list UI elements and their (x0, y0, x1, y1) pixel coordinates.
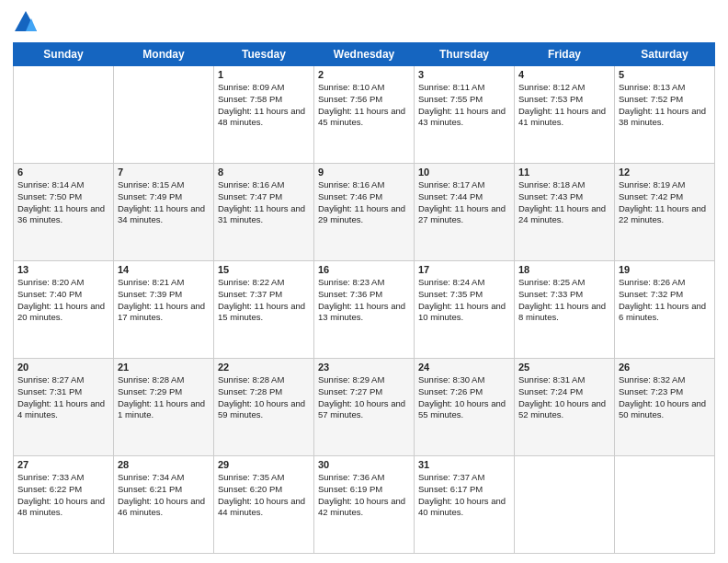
cell-info-line: Sunrise: 7:37 AM (418, 472, 510, 484)
cell-info-line: Sunrise: 8:17 AM (418, 179, 510, 191)
day-header-saturday: Saturday (615, 43, 715, 66)
page: SundayMondayTuesdayWednesdayThursdayFrid… (0, 0, 728, 563)
cell-info-line: Sunrise: 8:19 AM (619, 179, 711, 191)
day-header-wednesday: Wednesday (314, 43, 415, 66)
cell-info-line: Sunrise: 8:21 AM (118, 277, 210, 289)
cell-info-line: Daylight: 10 hours and 42 minutes. (318, 496, 410, 520)
calendar-cell: 25Sunrise: 8:31 AMSunset: 7:24 PMDayligh… (515, 359, 615, 456)
cell-info-line: Daylight: 11 hours and 36 minutes. (17, 203, 109, 227)
cell-info-line: Daylight: 11 hours and 22 minutes. (619, 203, 711, 227)
cell-info-line: Sunrise: 8:25 AM (518, 277, 610, 289)
calendar-cell (615, 456, 715, 554)
day-number: 12 (619, 167, 711, 178)
calendar-cell: 3Sunrise: 8:11 AMSunset: 7:55 PMDaylight… (415, 66, 515, 164)
calendar-cell: 8Sunrise: 8:16 AMSunset: 7:47 PMDaylight… (214, 164, 314, 261)
cell-info-line: Daylight: 11 hours and 15 minutes. (218, 301, 310, 325)
calendar-cell: 21Sunrise: 8:28 AMSunset: 7:29 PMDayligh… (114, 359, 214, 456)
cell-info-line: Sunrise: 8:14 AM (17, 179, 109, 191)
cell-info-line: Sunset: 7:23 PM (619, 386, 711, 398)
cell-info-line: Sunrise: 8:24 AM (418, 277, 510, 289)
cell-info-line: Sunset: 7:42 PM (619, 191, 711, 203)
cell-info-line: Daylight: 10 hours and 55 minutes. (418, 398, 510, 422)
calendar-cell: 20Sunrise: 8:27 AMSunset: 7:31 PMDayligh… (14, 359, 114, 456)
cell-info-line: Sunset: 7:49 PM (118, 191, 210, 203)
cell-info-line: Sunrise: 8:09 AM (218, 82, 310, 94)
day-number: 5 (619, 69, 711, 80)
cell-info-line: Sunset: 7:46 PM (318, 191, 410, 203)
cell-info-line: Sunset: 7:50 PM (17, 191, 109, 203)
cell-info-line: Daylight: 11 hours and 34 minutes. (118, 203, 210, 227)
cell-info-line: Daylight: 10 hours and 52 minutes. (518, 398, 610, 422)
day-number: 8 (218, 167, 310, 178)
cell-info-line: Daylight: 11 hours and 45 minutes. (318, 106, 410, 130)
calendar-cell: 31Sunrise: 7:37 AMSunset: 6:17 PMDayligh… (415, 456, 515, 554)
calendar-cell: 14Sunrise: 8:21 AMSunset: 7:39 PMDayligh… (114, 261, 214, 359)
cell-info-line: Daylight: 11 hours and 43 minutes. (418, 106, 510, 130)
day-number: 16 (318, 264, 410, 275)
cell-info-line: Daylight: 10 hours and 46 minutes. (118, 496, 210, 520)
calendar-cell (515, 456, 615, 554)
day-number: 4 (518, 69, 610, 80)
day-number: 7 (118, 167, 210, 178)
cell-info-line: Sunset: 7:35 PM (418, 289, 510, 301)
day-number: 30 (318, 459, 410, 470)
calendar-cell: 6Sunrise: 8:14 AMSunset: 7:50 PMDaylight… (14, 164, 114, 261)
cell-info-line: Sunset: 6:21 PM (118, 484, 210, 496)
day-header-tuesday: Tuesday (214, 43, 314, 66)
cell-info-line: Sunset: 7:24 PM (518, 386, 610, 398)
cell-info-line: Sunset: 7:40 PM (17, 289, 109, 301)
cell-info-line: Sunset: 7:36 PM (318, 289, 410, 301)
cell-info-line: Sunrise: 8:16 AM (318, 179, 410, 191)
cell-info-line: Sunrise: 8:20 AM (17, 277, 109, 289)
calendar-cell: 27Sunrise: 7:33 AMSunset: 6:22 PMDayligh… (14, 456, 114, 554)
day-number: 17 (418, 264, 510, 275)
calendar-cell (14, 66, 114, 164)
calendar-cell: 1Sunrise: 8:09 AMSunset: 7:58 PMDaylight… (214, 66, 314, 164)
cell-info-line: Sunset: 7:43 PM (518, 191, 610, 203)
cell-info-line: Sunset: 7:56 PM (318, 94, 410, 106)
cell-info-line: Daylight: 10 hours and 48 minutes. (17, 496, 109, 520)
calendar-cell: 4Sunrise: 8:12 AMSunset: 7:53 PMDaylight… (515, 66, 615, 164)
cell-info-line: Sunrise: 7:36 AM (318, 472, 410, 484)
calendar-cell: 23Sunrise: 8:29 AMSunset: 7:27 PMDayligh… (314, 359, 415, 456)
calendar-cell: 15Sunrise: 8:22 AMSunset: 7:37 PMDayligh… (214, 261, 314, 359)
day-number: 24 (418, 362, 510, 373)
calendar-cell: 30Sunrise: 7:36 AMSunset: 6:19 PMDayligh… (314, 456, 415, 554)
cell-info-line: Sunset: 7:37 PM (218, 289, 310, 301)
cell-info-line: Sunrise: 8:30 AM (418, 374, 510, 386)
cell-info-line: Sunset: 7:55 PM (418, 94, 510, 106)
cell-info-line: Sunset: 7:28 PM (218, 386, 310, 398)
cell-info-line: Sunset: 6:17 PM (418, 484, 510, 496)
day-number: 28 (118, 459, 210, 470)
cell-info-line: Sunset: 6:22 PM (17, 484, 109, 496)
cell-info-line: Sunset: 7:31 PM (17, 386, 109, 398)
day-number: 15 (218, 264, 310, 275)
cell-info-line: Daylight: 11 hours and 24 minutes. (518, 203, 610, 227)
day-number: 25 (518, 362, 610, 373)
cell-info-line: Sunrise: 8:16 AM (218, 179, 310, 191)
header (13, 9, 715, 35)
cell-info-line: Daylight: 11 hours and 4 minutes. (17, 398, 109, 422)
calendar-cell: 10Sunrise: 8:17 AMSunset: 7:44 PMDayligh… (415, 164, 515, 261)
day-number: 18 (518, 264, 610, 275)
cell-info-line: Sunrise: 8:15 AM (118, 179, 210, 191)
day-number: 11 (518, 167, 610, 178)
cell-info-line: Sunset: 7:44 PM (418, 191, 510, 203)
cell-info-line: Sunrise: 8:28 AM (218, 374, 310, 386)
day-number: 6 (17, 167, 109, 178)
day-number: 20 (17, 362, 109, 373)
cell-info-line: Sunrise: 8:32 AM (619, 374, 711, 386)
cell-info-line: Sunset: 7:53 PM (518, 94, 610, 106)
cell-info-line: Sunset: 7:47 PM (218, 191, 310, 203)
cell-info-line: Sunrise: 8:26 AM (619, 277, 711, 289)
cell-info-line: Sunrise: 8:22 AM (218, 277, 310, 289)
day-number: 29 (218, 459, 310, 470)
day-number: 1 (218, 69, 310, 80)
calendar-cell: 9Sunrise: 8:16 AMSunset: 7:46 PMDaylight… (314, 164, 415, 261)
calendar-cell: 22Sunrise: 8:28 AMSunset: 7:28 PMDayligh… (214, 359, 314, 456)
day-number: 14 (118, 264, 210, 275)
cell-info-line: Sunset: 7:39 PM (118, 289, 210, 301)
cell-info-line: Sunrise: 8:28 AM (118, 374, 210, 386)
cell-info-line: Daylight: 11 hours and 20 minutes. (17, 301, 109, 325)
calendar-cell: 18Sunrise: 8:25 AMSunset: 7:33 PMDayligh… (515, 261, 615, 359)
